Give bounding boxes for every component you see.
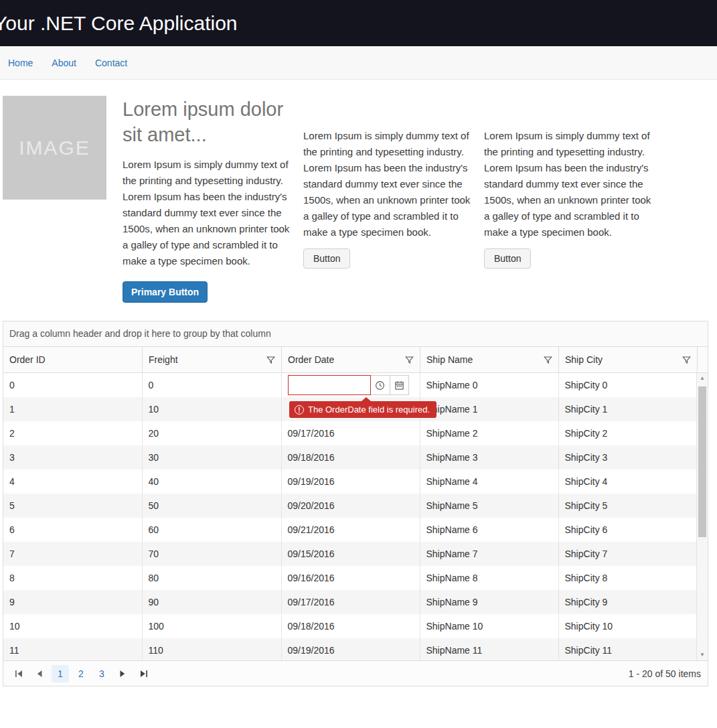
order-id-cell[interactable]: 10 — [3, 614, 142, 638]
ship-name-cell[interactable]: ShipName 1 — [420, 397, 558, 421]
order-date-input[interactable] — [288, 375, 371, 395]
order-id-cell[interactable]: 4 — [3, 469, 142, 494]
freight-cell[interactable]: 40 — [142, 469, 281, 494]
scrollbar-thumb[interactable] — [698, 386, 706, 537]
pager-page-2[interactable]: 2 — [72, 665, 90, 682]
table-row: 00 ShipName 0ShipCity 0 — [3, 373, 698, 397]
order-id-cell[interactable]: 3 — [3, 445, 142, 469]
order-id-cell[interactable]: 5 — [3, 494, 142, 518]
filter-icon[interactable] — [682, 356, 691, 364]
freight-cell[interactable]: 0 — [142, 373, 281, 397]
ship-name-cell[interactable]: ShipName 5 — [420, 494, 558, 518]
freight-cell[interactable]: 110 — [142, 638, 281, 660]
freight-cell[interactable]: 90 — [142, 590, 281, 614]
filter-icon[interactable] — [544, 356, 552, 364]
table-row: 99009/17/2016ShipName 9ShipCity 9 — [3, 590, 698, 614]
ship-name-cell[interactable]: ShipName 6 — [420, 518, 558, 542]
secondary-button[interactable]: Button — [484, 248, 531, 269]
vertical-scrollbar[interactable]: ▲ ▼ — [696, 373, 708, 660]
order-date-cell[interactable]: 09/21/2016 — [281, 518, 420, 542]
filter-icon[interactable] — [405, 356, 414, 364]
ship-city-cell[interactable]: ShipCity 8 — [558, 566, 698, 590]
order-id-cell[interactable]: 9 — [3, 590, 142, 614]
column-header-ship-name[interactable]: Ship Name — [420, 347, 558, 372]
orders-grid: Drag a column header and drop it here to… — [3, 321, 708, 686]
ship-name-cell[interactable]: ShipName 0 — [420, 373, 558, 397]
scroll-down-icon[interactable]: ▼ — [697, 650, 708, 660]
primary-button[interactable]: Primary Button — [123, 281, 208, 303]
ship-name-cell[interactable]: ShipName 7 — [420, 542, 558, 566]
order-id-cell[interactable]: 0 — [3, 373, 142, 397]
order-date-cell[interactable] — [281, 373, 420, 397]
order-date-cell[interactable]: 09/17/2016 — [281, 590, 420, 614]
order-date-editor — [288, 375, 409, 395]
freight-cell[interactable]: 100 — [142, 614, 281, 638]
ship-city-cell[interactable]: ShipCity 9 — [558, 590, 698, 614]
ship-city-cell[interactable]: ShipCity 6 — [558, 518, 698, 542]
column-header-order-id[interactable]: Order ID — [3, 347, 142, 372]
freight-cell[interactable]: 80 — [142, 566, 281, 590]
order-date-cell[interactable]: 09/18/2016 — [281, 614, 420, 638]
ship-city-cell[interactable]: ShipCity 0 — [558, 373, 698, 397]
column-label: Freight — [149, 354, 178, 365]
pager-last-icon[interactable] — [135, 665, 152, 682]
order-date-cell[interactable]: 09/18/2016 — [281, 445, 420, 469]
group-drop-panel[interactable]: Drag a column header and drop it here to… — [3, 321, 708, 347]
app-header: Your .NET Core Application — [0, 0, 717, 46]
nav-item-about[interactable]: About — [42, 46, 86, 80]
ship-city-cell[interactable]: ShipCity 10 — [558, 614, 698, 638]
ship-city-cell[interactable]: ShipCity 3 — [558, 445, 698, 469]
freight-cell[interactable]: 10 — [142, 397, 281, 421]
ship-name-cell[interactable]: ShipName 3 — [420, 445, 558, 469]
pager-page-1[interactable]: 1 — [52, 665, 69, 682]
column-label: Order ID — [9, 354, 46, 365]
ship-city-cell[interactable]: ShipCity 4 — [558, 469, 698, 494]
ship-city-cell[interactable]: ShipCity 11 — [558, 638, 698, 660]
ship-city-cell[interactable]: ShipCity 7 — [558, 542, 698, 566]
ship-name-cell[interactable]: ShipName 11 — [420, 638, 558, 660]
freight-cell[interactable]: 60 — [142, 518, 281, 542]
ship-name-cell[interactable]: ShipName 8 — [420, 566, 558, 590]
order-id-cell[interactable]: 11 — [3, 638, 142, 660]
freight-cell[interactable]: 20 — [142, 421, 281, 445]
order-date-cell[interactable]: 09/15/2016 — [281, 542, 420, 566]
freight-cell[interactable]: 70 — [142, 542, 281, 566]
time-picker-icon[interactable] — [371, 376, 390, 394]
nav-item-contact[interactable]: Contact — [86, 46, 137, 80]
ship-city-cell[interactable]: ShipCity 5 — [558, 494, 698, 518]
pager-previous-icon[interactable] — [31, 665, 48, 682]
order-id-cell[interactable]: 6 — [3, 518, 142, 542]
order-date-cell[interactable]: 09/19/2016 — [281, 469, 420, 494]
pager-page-3[interactable]: 3 — [93, 665, 110, 682]
order-date-cell[interactable]: 09/19/2016 — [281, 638, 420, 660]
order-date-cell[interactable]: 09/17/2016 — [281, 421, 420, 445]
hero-column-3: Lorem Ipsum is simply dummy text of the … — [484, 96, 651, 303]
ship-name-cell[interactable]: ShipName 10 — [420, 614, 558, 638]
date-picker-icon[interactable] — [390, 376, 408, 394]
freight-cell[interactable]: 30 — [142, 445, 281, 469]
filter-icon[interactable] — [266, 356, 275, 364]
nav-item-home[interactable]: Home — [0, 46, 42, 80]
ship-name-cell[interactable]: ShipName 9 — [420, 590, 558, 614]
pager-first-icon[interactable] — [10, 665, 27, 682]
ship-name-cell[interactable]: ShipName 4 — [420, 469, 558, 494]
scroll-up-icon[interactable]: ▲ — [697, 373, 708, 384]
order-id-cell[interactable]: 8 — [3, 566, 142, 590]
order-id-cell[interactable]: 7 — [3, 542, 142, 566]
ship-name-cell[interactable]: ShipName 2 — [420, 421, 558, 445]
order-id-cell[interactable]: 1 — [3, 397, 142, 421]
pager-next-icon[interactable] — [114, 665, 131, 682]
order-date-cell[interactable]: 09/16/2016 — [281, 566, 420, 590]
ship-city-cell[interactable]: ShipCity 2 — [558, 421, 698, 445]
column-header-ship-city[interactable]: Ship City — [558, 347, 697, 372]
table-row: 1010009/18/2016ShipName 10ShipCity 10 — [3, 614, 698, 638]
column-header-freight[interactable]: Freight — [142, 347, 281, 372]
secondary-button[interactable]: Button — [303, 248, 350, 269]
hero-heading: Lorem ipsum dolor sit amet... — [123, 97, 290, 147]
order-date-cell[interactable]: 09/20/2016 — [281, 494, 420, 518]
column-header-order-date[interactable]: Order Date — [281, 347, 420, 372]
ship-city-cell[interactable]: ShipCity 1 — [558, 397, 698, 421]
freight-cell[interactable]: 50 — [142, 494, 281, 518]
order-id-cell[interactable]: 2 — [3, 421, 142, 445]
table-row: 66009/21/2016ShipName 6ShipCity 6 — [3, 518, 698, 542]
